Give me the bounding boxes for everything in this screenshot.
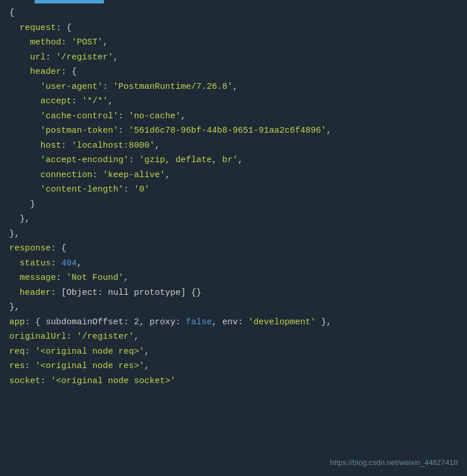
- value-string: '0': [134, 185, 150, 194]
- key: originalUrl: [9, 332, 66, 342]
- punctuation: [9, 96, 40, 106]
- code-line: 'content-length': '0': [9, 182, 455, 197]
- key: 'user-agent': [40, 82, 103, 92]
- key: 'cache-control': [40, 111, 118, 121]
- code-line: url: '/register',: [9, 50, 455, 65]
- code-container: { request: { method: 'POST', url: '/regi…: [0, 0, 467, 476]
- bracket: },: [9, 229, 20, 239]
- punctuation: ,: [108, 96, 113, 106]
- punctuation: },: [316, 317, 331, 327]
- punctuation: :: [61, 141, 72, 151]
- value-string: 'gzip, deflate, br': [139, 155, 238, 165]
- punctuation: ,: [233, 82, 238, 92]
- code-line: request: {: [9, 21, 455, 36]
- punctuation: [9, 126, 40, 136]
- code-line: },: [9, 212, 455, 227]
- code-line: 'cache-control': 'no-cache',: [9, 109, 455, 124]
- punctuation: :: [66, 332, 77, 342]
- key: message: [20, 273, 56, 283]
- punctuation: ,: [77, 258, 82, 268]
- value-string: 'no-cache': [129, 111, 181, 121]
- key: accept: [40, 96, 72, 106]
- code-line: res: '<original node res>',: [9, 359, 455, 374]
- punctuation: [9, 170, 40, 180]
- punctuation: :: [46, 53, 56, 62]
- key: req: [9, 347, 25, 357]
- key: header: [20, 288, 51, 298]
- value-string: '*/*': [82, 96, 108, 106]
- punctuation: :: [129, 155, 139, 165]
- key: 'content-length': [40, 185, 124, 194]
- value-keyword: false: [186, 317, 212, 327]
- punctuation: :: [40, 376, 51, 386]
- punctuation: [9, 67, 30, 77]
- punctuation: :: [92, 170, 103, 180]
- punctuation: :: [25, 347, 35, 357]
- code-line: connection: 'keep-alive',: [9, 168, 455, 183]
- value-string: 'Not Found': [66, 273, 124, 283]
- code-line: 'postman-token': '561d6c78-96bf-44b8-965…: [9, 123, 455, 138]
- key: app: [9, 317, 25, 327]
- punctuation: [9, 53, 30, 62]
- punctuation: :: [72, 96, 82, 106]
- value-string: '561d6c78-96bf-44b8-9651-91aa2c6f4896': [129, 126, 326, 136]
- code-line: status: 404,: [9, 256, 455, 271]
- bracket: {: [9, 8, 14, 18]
- punctuation: ,: [155, 141, 160, 151]
- punctuation: ,: [103, 38, 108, 47]
- code-line: }: [9, 197, 455, 212]
- punctuation: :: [61, 38, 72, 47]
- punctuation: ,: [124, 273, 129, 283]
- bracket: },: [9, 302, 20, 312]
- punctuation: :: [124, 185, 134, 194]
- key: host: [40, 141, 61, 151]
- punctuation: [9, 155, 40, 165]
- value-string: 'PostmanRuntime/7.26.8': [113, 82, 233, 92]
- punctuation: :: [118, 126, 129, 136]
- punctuation: ,: [326, 126, 331, 136]
- code-line: {: [9, 6, 455, 21]
- key: method: [30, 38, 61, 47]
- key: status: [20, 258, 51, 268]
- punctuation: , env:: [212, 317, 248, 327]
- code-line: },: [9, 227, 455, 242]
- punctuation: [9, 23, 20, 33]
- punctuation: :: [56, 273, 66, 283]
- value-string: '/register': [56, 53, 113, 62]
- punctuation: : {: [61, 67, 77, 77]
- code-line: app: { subdomainOffset: 2, proxy: false,…: [9, 315, 455, 330]
- code-line: header: [Object: null prototype] {}: [9, 286, 455, 301]
- punctuation: : { subdomainOffset: 2, proxy:: [25, 317, 186, 327]
- code-line: socket: '<original node socket>': [9, 374, 455, 389]
- value-string: 'localhost:8000': [72, 141, 155, 151]
- punctuation: [9, 38, 30, 47]
- punctuation: ,: [113, 53, 118, 62]
- code-line: 'user-agent': 'PostmanRuntime/7.26.8',: [9, 80, 455, 95]
- punctuation: :: [25, 361, 35, 371]
- punctuation: [9, 258, 20, 268]
- code-line: message: 'Not Found',: [9, 271, 455, 286]
- punctuation: [9, 111, 40, 121]
- punctuation: ,: [144, 361, 150, 371]
- value-string: 'keep-alive': [103, 170, 165, 180]
- punctuation: }: [9, 200, 35, 209]
- punctuation: [9, 288, 20, 298]
- value-string: '<original node socket>': [51, 376, 175, 386]
- key: connection: [40, 170, 92, 180]
- punctuation: ,: [144, 347, 150, 357]
- key: socket: [9, 376, 40, 386]
- punctuation: ,: [181, 111, 186, 121]
- code-line: header: {: [9, 65, 455, 80]
- code-line: response: {: [9, 241, 455, 256]
- punctuation: :: [51, 258, 61, 268]
- code-line: originalUrl: '/register',: [9, 329, 455, 344]
- code-line: req: '<original node req>',: [9, 344, 455, 359]
- value-number: 404: [61, 258, 77, 268]
- key: res: [9, 361, 25, 371]
- key: 'postman-token': [40, 126, 118, 136]
- key: header: [30, 67, 61, 77]
- value-string: '<original node res>': [35, 361, 144, 371]
- value-string: '/register': [77, 332, 134, 342]
- punctuation: : [Object: null prototype] {}: [51, 288, 201, 298]
- punctuation: ,: [238, 155, 243, 165]
